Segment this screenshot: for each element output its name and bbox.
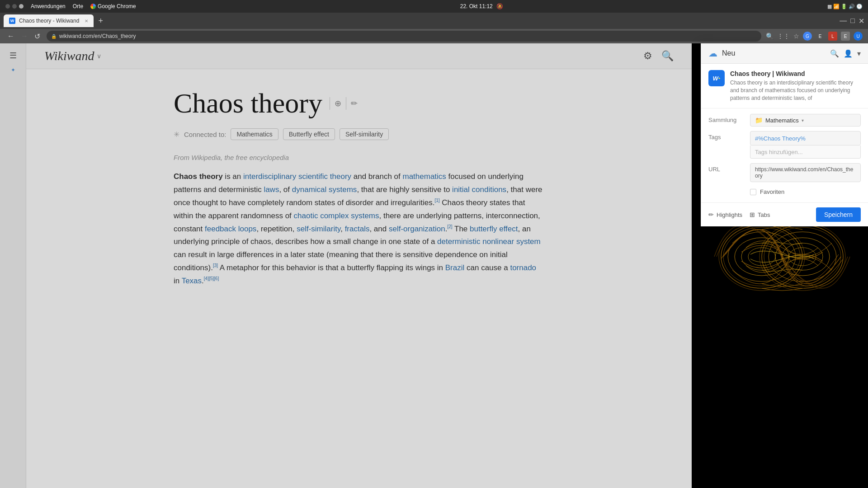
popup-panel: ☁ Neu 🔍 👤 ▾ W + Chaos theory | Wikiwand …: [701, 43, 868, 226]
bookmark-favicon: W +: [708, 70, 725, 86]
collection-folder-icon: 📁: [755, 117, 763, 124]
popup-user-icon[interactable]: 👤: [844, 49, 853, 58]
os-dots: [5, 4, 24, 9]
popup-arrow-icon[interactable]: ▾: [857, 49, 861, 58]
search-icon[interactable]: 🔍: [766, 33, 774, 40]
field-label-tags: Tags: [708, 131, 745, 141]
field-value-collection: 📁 Mathematics ▾: [750, 114, 861, 127]
os-bell: 🔕: [496, 3, 503, 9]
tab-favicon-icon: W: [9, 18, 15, 24]
share-icon[interactable]: ⋮⋮: [777, 33, 790, 40]
field-row-collection: Sammlung 📁 Mathematics ▾: [708, 114, 861, 127]
field-row-url: URL https://www.wikiwand.com/en/Chaos_th…: [708, 163, 861, 182]
window-minimize[interactable]: —: [840, 17, 847, 25]
bookmark-desc: Chaos theory is an interdisciplinary sci…: [730, 79, 861, 102]
refresh-button[interactable]: ↺: [33, 31, 42, 42]
footer-tab-highlights-label: Highlights: [717, 211, 742, 218]
tabs-icon: ⊞: [750, 211, 755, 218]
url-bar[interactable]: 🔒 wikiwand.com/en/Chaos_theory: [47, 31, 761, 42]
tags-area[interactable]: #%Chaos Theory%: [750, 131, 861, 145]
highlights-icon: ✏: [708, 211, 714, 218]
chrome-icon: [90, 4, 96, 9]
popup-footer: ✏ Highlights ⊞ Tabs Speichern: [701, 202, 868, 226]
os-top-bar: Anwendungen Orte Google Chrome 22. Okt 1…: [0, 0, 868, 13]
popup-header: ☁ Neu 🔍 👤 ▾: [701, 43, 868, 64]
new-tab-button[interactable]: +: [95, 16, 106, 26]
popup-cloud-icon: ☁: [708, 48, 717, 59]
profile-icon[interactable]: U: [854, 32, 863, 41]
os-bar-left: Anwendungen Orte Google Chrome: [5, 3, 136, 9]
forward-button[interactable]: →: [19, 31, 30, 41]
tab-bar: W Chaos theory - Wikiwand ✕ +: [4, 14, 836, 27]
collection-selector[interactable]: 📁 Mathematics ▾: [750, 114, 861, 127]
popup-fields: Sammlung 📁 Mathematics ▾ Tags #%Chaos Th…: [701, 108, 868, 202]
field-value-favorites: Favoriten: [750, 187, 861, 197]
address-actions: 🔍 ⋮⋮ ☆ G E L E U: [766, 32, 863, 41]
os-dot-1: [5, 4, 10, 9]
lock-icon: 🔒: [51, 34, 57, 39]
nav-buttons: ← → ↺: [5, 31, 42, 42]
back-button[interactable]: ←: [5, 31, 16, 41]
window-close[interactable]: ✕: [859, 17, 864, 25]
popup-header-right: 🔍 👤 ▾: [830, 49, 861, 58]
popup-search-icon[interactable]: 🔍: [830, 49, 839, 58]
main-layout: ☰ ✦ Wikiwand ∨ ⚙ 🔍 Chaos theory ⊕: [0, 43, 868, 488]
favorites-checkbox[interactable]: [750, 189, 756, 195]
field-value-tags: #%Chaos Theory% Tags hinzufügen...: [750, 131, 861, 159]
popup-bookmark: W + Chaos theory | Wikiwand Chaos theory…: [701, 64, 868, 108]
url-display: https://www.wikiwand.com/en/Chaos_theory: [750, 163, 861, 182]
save-button[interactable]: Speichern: [816, 207, 861, 222]
os-app-anwendungen[interactable]: Anwendungen: [31, 3, 66, 9]
os-app-orte[interactable]: Orte: [73, 3, 83, 9]
tags-placeholder: Tags hinzufügen...: [755, 149, 803, 155]
os-bar-right: ▦ 📶 🔋 🔊 🕙: [827, 4, 863, 9]
field-row-tags: Tags #%Chaos Theory% Tags hinzufügen...: [708, 131, 861, 159]
tags-add-area[interactable]: Tags hinzufügen...: [750, 145, 861, 159]
field-label-collection: Sammlung: [708, 114, 745, 123]
bookmark-favicon-plus: +: [718, 76, 721, 80]
collection-name: Mathematics: [765, 117, 799, 124]
field-label-favorites-empty: [708, 187, 745, 189]
field-value-url: https://www.wikiwand.com/en/Chaos_theory: [750, 163, 861, 182]
os-dot-3: [19, 4, 24, 9]
os-time: 22. Okt 11:12: [460, 3, 493, 9]
footer-tab-tabs-label: Tabs: [758, 211, 770, 218]
collection-arrow-icon: ▾: [802, 118, 804, 123]
footer-tab-highlights[interactable]: ✏ Highlights: [708, 211, 742, 218]
field-row-favorites: Favoriten: [708, 187, 861, 197]
browser-chrome: W Chaos theory - Wikiwand ✕ + — □ ✕: [0, 13, 868, 29]
footer-tabs: ✏ Highlights ⊞ Tabs: [708, 211, 770, 218]
bookmark-star-icon[interactable]: ☆: [793, 33, 799, 40]
window-controls: — □ ✕: [840, 17, 864, 25]
os-sys-icons: ▦ 📶 🔋 🔊 🕙: [827, 4, 863, 9]
os-dot-2: [12, 4, 17, 9]
os-bar-center: 22. Okt 11:12 🔕: [460, 3, 503, 9]
url-text: wikiwand.com/en/Chaos_theory: [59, 33, 136, 39]
popup-title-text: Neu: [722, 49, 735, 57]
field-label-url: URL: [708, 163, 745, 173]
tag-value: #%Chaos Theory%: [755, 135, 806, 142]
popup-header-left: ☁ Neu: [708, 48, 735, 59]
tab-title: Chaos theory - Wikiwand: [19, 18, 79, 24]
tab-chaos-theory[interactable]: W Chaos theory - Wikiwand ✕: [4, 14, 94, 27]
window-maximize[interactable]: □: [850, 17, 855, 25]
tab-close-button[interactable]: ✕: [85, 19, 88, 23]
ext-icon-2[interactable]: L: [828, 32, 837, 41]
bookmark-title: Chaos theory | Wikiwand: [730, 70, 861, 77]
bookmark-favicon-w: W: [713, 75, 718, 82]
favorites-row: Favoriten: [750, 187, 861, 197]
google-ext-icon[interactable]: G: [803, 32, 812, 41]
ext-icon-1[interactable]: E: [816, 32, 825, 41]
favorites-label: Favoriten: [760, 188, 784, 195]
bookmark-info: Chaos theory | Wikiwand Chaos theory is …: [730, 70, 861, 102]
address-bar: ← → ↺ 🔒 wikiwand.com/en/Chaos_theory 🔍 ⋮…: [0, 29, 868, 43]
ext-icon-3[interactable]: E: [841, 32, 850, 41]
os-chrome-app[interactable]: Google Chrome: [90, 3, 136, 9]
footer-tab-tabs[interactable]: ⊞ Tabs: [750, 211, 770, 218]
